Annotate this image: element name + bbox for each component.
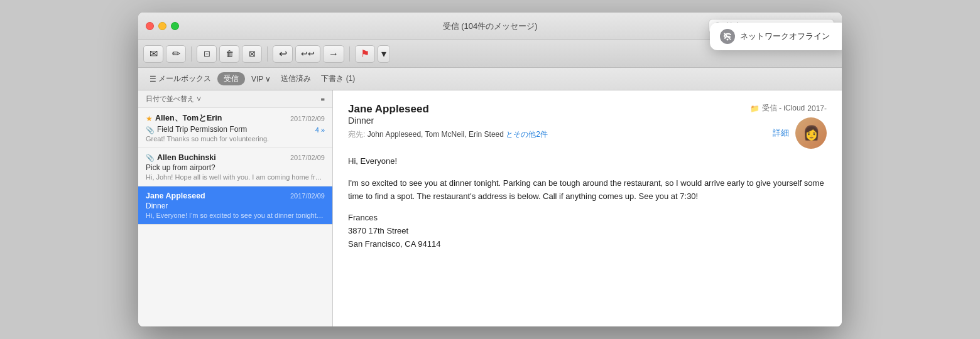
email-date: 2017/02/09 bbox=[290, 154, 325, 161]
filter-sent[interactable]: 送信済み bbox=[277, 72, 315, 85]
star-icon: ★ bbox=[146, 114, 153, 123]
offline-icon bbox=[720, 29, 735, 44]
reply-button[interactable]: ↩ bbox=[273, 45, 293, 63]
filter-drafts[interactable]: 下書き (1) bbox=[317, 72, 359, 85]
avatar: 👩 bbox=[795, 117, 827, 149]
email-meta: ★ Allen、TomとErin 2017/02/09 bbox=[146, 113, 325, 124]
filter-vip[interactable]: VIP ∨ bbox=[248, 73, 275, 85]
filter-mailbox[interactable]: ☰ メールボックス bbox=[146, 72, 215, 85]
detail-from: Jane Appleseed bbox=[348, 103, 750, 116]
flag-menu-button[interactable]: ▾ bbox=[378, 45, 390, 63]
email-subject: Field Trip Permission Form bbox=[157, 125, 247, 134]
body-paragraph-1: Hi, Everyone! bbox=[348, 155, 827, 168]
thread-count: 4 » bbox=[315, 126, 325, 134]
window-title: 受信 (104件のメッセージ) bbox=[443, 21, 538, 32]
flag-button[interactable]: ⚑ bbox=[355, 45, 375, 63]
traffic-lights bbox=[146, 22, 179, 30]
detail-to: 宛先: John Appleseed, Tom McNeil, Erin Ste… bbox=[348, 129, 750, 140]
attachment-icon: 📎 bbox=[146, 126, 155, 134]
list-item[interactable]: ★ Allen、TomとErin 2017/02/09 📎 Field Trip… bbox=[138, 108, 332, 148]
email-detail: Jane Appleseed Dinner 宛先: John Appleseed… bbox=[333, 90, 842, 326]
delete-button[interactable]: 🗑 bbox=[219, 45, 239, 63]
body-paragraph-2: I'm so excited to see you at dinner toni… bbox=[348, 177, 827, 203]
details-link[interactable]: 詳細 bbox=[773, 127, 789, 139]
separator-1 bbox=[191, 46, 192, 62]
attachment-icon: 📎 bbox=[146, 154, 155, 162]
minimize-button[interactable] bbox=[158, 22, 166, 30]
email-date: 2017/02/09 bbox=[290, 192, 325, 200]
email-preview: Hi, John! Hope all is well with you. I a… bbox=[146, 173, 325, 181]
email-sender: Allen Buchinski bbox=[157, 153, 216, 162]
mailbox-name: 受信 - iCloud bbox=[762, 103, 805, 114]
mailbox-icon: 📁 bbox=[750, 104, 760, 113]
to-name-3: Erin Steed bbox=[469, 130, 504, 139]
reply-all-button[interactable]: ↩↩ bbox=[295, 45, 320, 63]
email-sender: Allen、TomとErin bbox=[155, 113, 222, 124]
email-subject: Pick up from airport? bbox=[146, 163, 325, 172]
email-preview: Hi, Everyone! I'm so excited to see you … bbox=[146, 212, 325, 219]
edit-button[interactable]: ✏ bbox=[166, 45, 186, 63]
move-button[interactable]: ⊠ bbox=[242, 45, 262, 63]
to-name-2: Tom McNeil, bbox=[425, 130, 467, 139]
to-name-1: John Appleseed, bbox=[368, 130, 423, 139]
close-button[interactable] bbox=[146, 22, 154, 30]
to-label: 宛先: bbox=[348, 130, 365, 139]
svg-point-0 bbox=[727, 39, 729, 41]
detail-info-text: Jane Appleseed Dinner 宛先: John Appleseed… bbox=[348, 103, 750, 150]
list-item[interactable]: 📎 Allen Buchinski 2017/02/09 Pick up fro… bbox=[138, 148, 332, 186]
filter-vip-label: VIP bbox=[251, 75, 263, 83]
sort-label[interactable]: 日付で並べ替え ∨ bbox=[146, 94, 202, 104]
email-subject: Dinner bbox=[146, 202, 325, 210]
filter-icon[interactable]: ≡ bbox=[321, 95, 325, 103]
email-meta: 📎 Allen Buchinski 2017/02/09 bbox=[146, 153, 325, 162]
email-list: 日付で並べ替え ∨ ≡ ★ Allen、TomとErin 2017/02/09 … bbox=[138, 90, 333, 326]
separator-2 bbox=[267, 46, 268, 62]
filter-drafts-label: 下書き (1) bbox=[321, 73, 355, 84]
detail-body: Hi, Everyone! I'm so excited to see you … bbox=[348, 155, 827, 251]
compose-button[interactable]: ✉ bbox=[143, 45, 163, 63]
filter-sent-label: 送信済み bbox=[281, 73, 311, 84]
archive-button[interactable]: ⊡ bbox=[197, 45, 217, 63]
email-date: 2017/02/09 bbox=[290, 115, 325, 122]
list-header: 日付で並べ替え ∨ ≡ bbox=[138, 90, 332, 108]
offline-notification: ネットワークオフライン bbox=[710, 23, 842, 50]
email-preview: Great! Thanks so much for volunteering. bbox=[146, 135, 325, 143]
body-paragraph-3: Frances3870 17th StreetSan Francisco, CA… bbox=[348, 212, 827, 250]
detail-subject: Dinner bbox=[348, 116, 750, 126]
forward-button[interactable]: → bbox=[323, 45, 344, 63]
detail-mailbox: 📁 受信 - iCloud 2017- bbox=[750, 103, 827, 114]
vip-chevron: ∨ bbox=[265, 75, 271, 83]
to-more[interactable]: とその他2件 bbox=[506, 130, 548, 139]
offline-text: ネットワークオフライン bbox=[740, 31, 830, 42]
email-meta: Jane Appleseed 2017/02/09 bbox=[146, 191, 325, 200]
list-item[interactable]: Jane Appleseed 2017/02/09 Dinner Hi, Eve… bbox=[138, 186, 332, 225]
detail-right: 📁 受信 - iCloud 2017- 詳細 👩 bbox=[750, 103, 827, 149]
email-sender: Jane Appleseed bbox=[146, 191, 205, 200]
filter-inbox[interactable]: 受信 bbox=[217, 72, 245, 85]
detail-header: Jane Appleseed Dinner 宛先: John Appleseed… bbox=[348, 103, 827, 150]
filter-bar: ☰ メールボックス 受信 VIP ∨ 送信済み 下書き (1) bbox=[138, 68, 842, 90]
filter-inbox-label: 受信 bbox=[224, 73, 239, 84]
separator-3 bbox=[349, 46, 350, 62]
filter-mailbox-label: メールボックス bbox=[158, 73, 211, 84]
main-content: 日付で並べ替え ∨ ≡ ★ Allen、TomとErin 2017/02/09 … bbox=[138, 90, 842, 326]
maximize-button[interactable] bbox=[171, 22, 179, 30]
mail-window: 受信 (104件のメッセージ) 🔍 検索 ✉ ✏ ⊡ 🗑 ⊠ ↩ ↩↩ → ⚑ … bbox=[138, 13, 842, 326]
detail-date: 2017- bbox=[807, 104, 827, 113]
